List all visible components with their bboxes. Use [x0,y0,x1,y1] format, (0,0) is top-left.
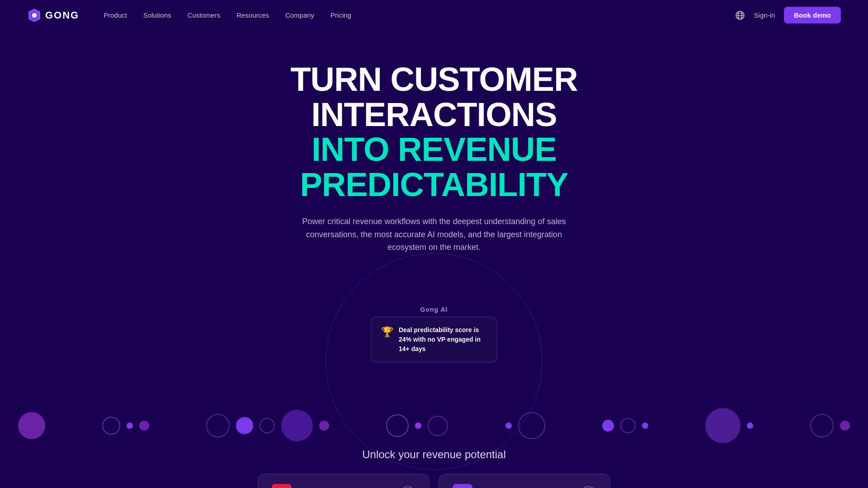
cta-title: Unlock your revenue potential [362,448,506,461]
circle-6 [236,417,253,434]
circle-2 [102,417,120,435]
popup-badge-icon: 🏆 [381,326,393,338]
circle-11 [415,422,421,429]
circle-15 [602,420,614,432]
circle-12 [428,416,448,436]
hero-title-line1: TURN CUSTOMER INTERACTIONS [290,61,577,133]
nav-link-company[interactable]: Company [279,8,321,23]
nav-links: Product Solutions Customers Resources Co… [97,8,358,23]
book-demo-button[interactable]: Book demo [784,7,841,23]
popup-text: Deal predictability score is 24% with no… [399,325,487,354]
circle-8 [281,410,313,441]
circle-4 [139,421,149,431]
circle-9 [319,421,329,431]
globe-icon [735,10,745,20]
nav-link-resources[interactable]: Resources [230,8,275,23]
circle-5 [206,414,230,437]
gong-logo-icon [27,8,42,23]
circle-17 [642,422,648,429]
circle-14 [518,412,545,439]
demo-arrow: → [400,486,415,488]
pricing-arrow: → [581,486,596,488]
pricing-card[interactable]: $ Request pricing → [439,474,610,488]
svg-point-1 [32,13,37,18]
circle-18 [705,408,741,443]
circle-16 [620,418,636,433]
circle-7 [259,418,275,433]
gong-ai-label: Gong AI [420,306,448,313]
nav-link-pricing[interactable]: Pricing [324,8,358,23]
circle-10 [386,414,409,437]
logo[interactable]: GONG [27,8,79,23]
demo-card[interactable]: Get a live demo → [258,474,429,488]
circle-1 [18,412,45,439]
hero-subtitle: Power critical revenue workflows with th… [289,215,579,254]
pricing-icon: $ [453,484,472,488]
nav-link-product[interactable]: Product [97,8,133,23]
nav-left: GONG Product Solutions Customers Resourc… [27,8,358,23]
circle-3 [127,422,133,429]
nav-link-solutions[interactable]: Solutions [137,8,178,23]
navbar: GONG Product Solutions Customers Resourc… [0,0,868,30]
hero-title-line2: INTO REVENUE PREDICTABILITY [300,131,568,203]
circle-21 [840,421,850,431]
logo-text: GONG [45,9,79,21]
cta-section: Unlock your revenue potential Get a live… [258,448,610,488]
signin-link[interactable]: Sign-in [754,11,775,19]
circle-19 [747,422,753,429]
gong-ai-card: Gong AI 🏆 Deal predictability score is 2… [371,306,497,362]
demo-icon [272,484,292,488]
nav-link-customers[interactable]: Customers [181,8,227,23]
globe-button[interactable] [735,10,745,20]
orbital-area: Gong AI 🏆 Deal predictability score is 2… [217,267,651,412]
nav-right: Sign-in Book demo [735,7,841,23]
circle-13 [505,422,512,429]
gong-ai-popup: 🏆 Deal predictability score is 24% with … [371,317,497,362]
hero-section: TURN CUSTOMER INTERACTIONS INTO REVENUE … [0,30,868,488]
circle-20 [810,414,834,437]
hero-title: TURN CUSTOMER INTERACTIONS INTO REVENUE … [185,62,683,202]
cta-buttons: Get a live demo → $ Request pricing → [258,474,610,488]
circles-row [0,408,868,444]
